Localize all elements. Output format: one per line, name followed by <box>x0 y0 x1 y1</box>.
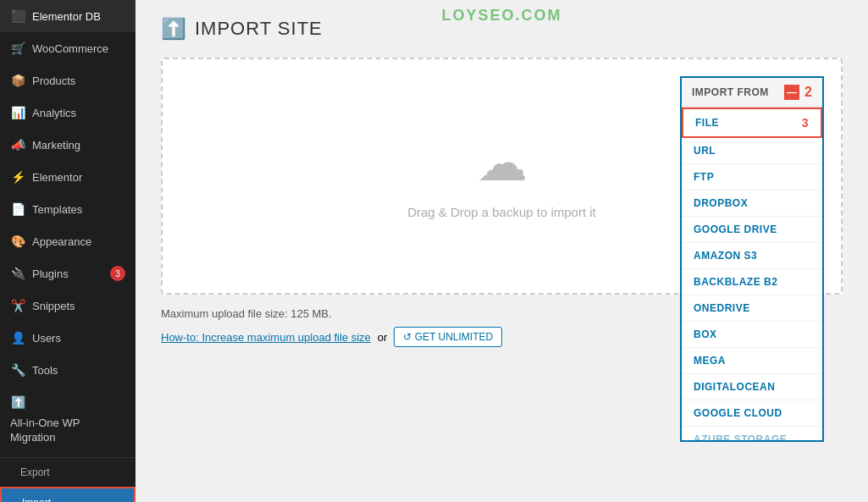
page-title: IMPORT SITE <box>195 18 323 40</box>
export-label: Export <box>20 466 50 478</box>
dropdown-item-digitalocean[interactable]: DIGITALOCEAN <box>682 374 822 400</box>
sidebar-item-label: Plugins <box>32 268 69 280</box>
upload-cloud-icon: ☁ <box>477 133 528 192</box>
import-from-header: IMPORT FROM — 2 <box>682 78 822 108</box>
sidebar-item-label: Elementor <box>32 171 82 184</box>
dropdown-item-ftp[interactable]: FTP <box>682 164 822 190</box>
dropdown-item-url[interactable]: URL <box>682 138 822 164</box>
sidebar-item-label: WooCommerce <box>32 42 108 55</box>
import-drop-zone[interactable]: ☁ Drag & Drop a backup to import it IMPO… <box>161 58 843 295</box>
page-area: ⬆️ IMPORT SITE ☁ Drag & Drop a backup to… <box>135 0 868 502</box>
sidebar-item-label: Tools <box>32 364 58 377</box>
step2-number: 2 <box>804 85 812 100</box>
azure-storage-option-label: AZURE STORAGE <box>694 433 787 440</box>
sidebar-item-plugins[interactable]: 🔌 Plugins 3 <box>0 257 135 290</box>
all-in-one-icon: ⬆️ <box>10 394 25 410</box>
drag-drop-text: Drag & Drop a backup to import it <box>407 205 596 219</box>
elementor-icon: ⚡ <box>10 169 25 185</box>
sidebar-item-snippets[interactable]: ✂️ Snippets <box>0 290 135 322</box>
backblaze-b2-option-label: BACKBLAZE B2 <box>694 276 777 288</box>
get-unlimited-button[interactable]: ↺ GET UNLIMITED <box>394 327 502 347</box>
sidebar-item-marketing[interactable]: 📣 Marketing <box>0 129 135 161</box>
dropdown-item-onedrive[interactable]: ONEDRIVE <box>682 295 822 322</box>
sidebar-item-label: Analytics <box>32 107 76 119</box>
dropdown-item-box[interactable]: BOX <box>682 322 822 348</box>
appearance-icon: 🎨 <box>10 234 25 249</box>
box-option-label: BOX <box>694 328 717 340</box>
sidebar-item-tools[interactable]: 🔧 Tools <box>0 354 135 386</box>
plugins-icon: 🔌 <box>10 266 25 281</box>
sidebar-item-label: All-in-One WP Migration <box>10 416 125 445</box>
analytics-icon: 📊 <box>10 105 25 120</box>
sidebar-item-all-in-one[interactable]: ⬆️ All-in-One WP Migration <box>0 386 135 454</box>
tools-icon: 🔧 <box>10 362 25 378</box>
increase-size-link[interactable]: How-to: Increase maximum upload file siz… <box>161 331 371 344</box>
dropdown-item-backblaze-b2[interactable]: BACKBLAZE B2 <box>682 269 822 295</box>
or-text: or <box>378 331 388 344</box>
sidebar-item-templates[interactable]: 📄 Templates <box>0 193 135 225</box>
mega-option-label: MEGA <box>694 355 726 367</box>
woocommerce-icon: 🛒 <box>10 41 25 56</box>
sidebar: ⬛ Elementor DB 🛒 WooCommerce 📦 Products … <box>0 0 135 502</box>
sidebar-item-users[interactable]: 👤 Users <box>0 322 135 354</box>
onedrive-option-label: ONEDRIVE <box>694 302 750 314</box>
users-icon: 👤 <box>10 330 25 345</box>
import-from-label: IMPORT FROM <box>692 86 769 98</box>
watermark: LOYSEO.COM <box>441 7 561 25</box>
dropdown-item-google-cloud[interactable]: GOOGLE CLOUD <box>682 400 822 427</box>
products-icon: 📦 <box>10 73 25 88</box>
google-cloud-option-label: GOOGLE CLOUD <box>694 407 782 419</box>
dropdown-item-dropbox[interactable]: DROPBOX <box>682 190 822 217</box>
main-content: LOYSEO.COM ⬆️ IMPORT SITE ☁ Drag & Drop … <box>135 0 868 502</box>
templates-icon: 📄 <box>10 201 25 217</box>
file-option-label: FILE <box>695 117 719 129</box>
sidebar-item-export[interactable]: Export <box>0 458 135 487</box>
step3-number: 3 <box>802 116 809 130</box>
plugins-badge: 3 <box>110 266 125 281</box>
sidebar-item-products[interactable]: 📦 Products <box>0 64 135 97</box>
sidebar-item-label: Marketing <box>32 139 80 152</box>
sidebar-item-label: Elementor DB <box>32 10 101 23</box>
sidebar-item-label: Templates <box>32 203 82 216</box>
dropdown-item-amazon-s3[interactable]: AMAZON S3 <box>682 243 822 269</box>
snippets-icon: ✂️ <box>10 298 25 313</box>
sidebar-item-import[interactable]: Import 1 <box>0 487 135 502</box>
amazon-s3-option-label: AMAZON S3 <box>694 250 757 262</box>
import-from-controls: — 2 <box>784 85 812 100</box>
import-site-icon: ⬆️ <box>161 17 186 41</box>
import-label: Import <box>22 497 51 502</box>
marketing-icon: 📣 <box>10 137 25 152</box>
dropdown-item-azure-storage[interactable]: AZURE STORAGE <box>682 427 822 440</box>
collapse-button[interactable]: — <box>784 85 799 100</box>
google-drive-option-label: GOOGLE DRIVE <box>694 223 777 235</box>
sidebar-item-label: Users <box>32 332 61 345</box>
ftp-option-label: FTP <box>694 171 714 183</box>
url-option-label: URL <box>694 145 716 157</box>
sidebar-item-label: Products <box>32 74 75 87</box>
sidebar-item-analytics[interactable]: 📊 Analytics <box>0 97 135 129</box>
dropdown-item-file[interactable]: FILE 3 <box>682 108 822 138</box>
sidebar-item-label: Snippets <box>32 300 75 312</box>
dropbox-option-label: DROPBOX <box>694 197 748 209</box>
elementor-db-icon: ⬛ <box>10 8 25 24</box>
sidebar-item-elementor[interactable]: ⚡ Elementor <box>0 161 135 193</box>
sidebar-item-elementor-db[interactable]: ⬛ Elementor DB <box>0 0 135 32</box>
sidebar-item-label: Appearance <box>32 235 91 248</box>
digitalocean-option-label: DIGITALOCEAN <box>694 381 775 393</box>
dropdown-item-google-drive[interactable]: GOOGLE DRIVE <box>682 217 822 243</box>
dropdown-item-mega[interactable]: MEGA <box>682 348 822 374</box>
sidebar-item-woocommerce[interactable]: 🛒 WooCommerce <box>0 32 135 64</box>
import-from-dropdown: IMPORT FROM — 2 FILE 3 URL FTP <box>680 76 824 442</box>
sidebar-item-appearance[interactable]: 🎨 Appearance <box>0 225 135 257</box>
